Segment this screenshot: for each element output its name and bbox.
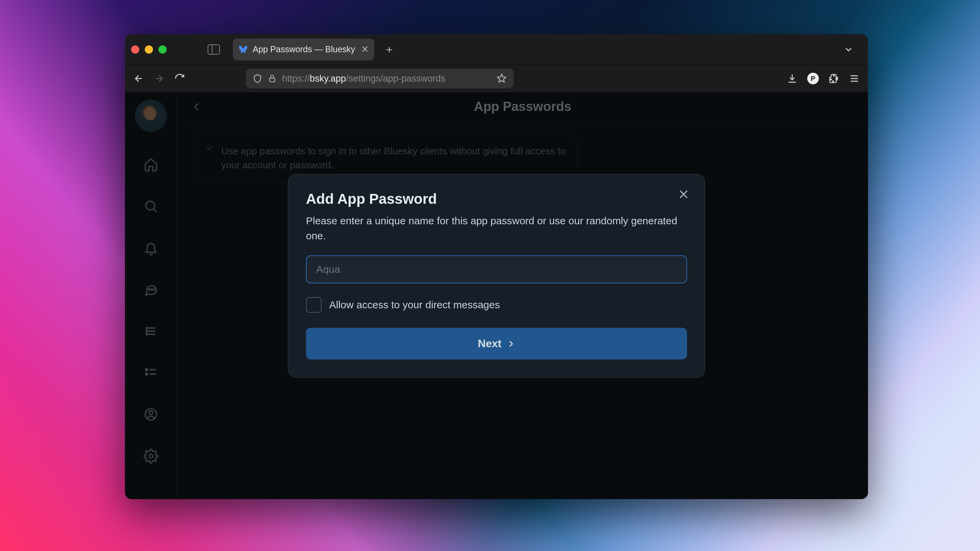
forward-button[interactable]: [154, 73, 165, 84]
window-close-button[interactable]: [131, 45, 139, 54]
bluesky-icon: [238, 45, 248, 54]
chat-icon[interactable]: [143, 282, 158, 297]
svg-point-6: [145, 373, 148, 375]
settings-icon[interactable]: [143, 449, 158, 464]
url-bar: https://bsky.app/settings/app-passwords …: [125, 65, 868, 92]
sidebar-toggle-icon[interactable]: [208, 44, 220, 55]
feeds-icon[interactable]: [143, 324, 158, 339]
url-field[interactable]: https://bsky.app/settings/app-passwords: [246, 68, 514, 89]
svg-point-2: [148, 289, 150, 290]
app-password-name-input[interactable]: [306, 256, 687, 283]
tab-close-button[interactable]: ✕: [360, 44, 369, 55]
reload-button[interactable]: [174, 73, 185, 84]
left-rail: [125, 92, 177, 499]
bookmark-star-icon[interactable]: [496, 73, 507, 84]
new-tab-button[interactable]: ＋: [384, 42, 395, 57]
notifications-icon[interactable]: [143, 240, 158, 256]
tab-bar: App Passwords — Bluesky ✕ ＋: [125, 34, 868, 65]
dm-access-checkbox-row[interactable]: Allow access to your direct messages: [306, 297, 687, 313]
modal-description: Please enter a unique name for this app …: [306, 213, 687, 243]
svg-point-1: [146, 201, 155, 210]
window-controls: [131, 45, 167, 54]
modal-close-button[interactable]: [678, 188, 690, 200]
avatar[interactable]: [135, 100, 167, 132]
extensions-icon[interactable]: [828, 73, 839, 84]
next-button[interactable]: Next: [306, 328, 687, 359]
menu-icon[interactable]: [849, 73, 860, 84]
pocket-icon[interactable]: P: [807, 73, 819, 84]
dm-access-label: Allow access to your direct messages: [329, 299, 500, 311]
window-minimize-button[interactable]: [145, 45, 153, 54]
home-icon[interactable]: [143, 157, 158, 172]
page-back-button[interactable]: [191, 101, 202, 113]
svg-point-3: [151, 289, 152, 290]
info-text: Use app passwords to sign in to other Bl…: [221, 144, 567, 172]
page-header: App Passwords: [177, 92, 868, 122]
svg-point-8: [149, 411, 153, 415]
profile-icon[interactable]: [143, 407, 158, 422]
add-app-password-modal: Add App Password Please enter a unique n…: [288, 174, 705, 378]
browser-window: App Passwords — Bluesky ✕ ＋ https://bsky…: [125, 34, 868, 499]
shield-icon[interactable]: [253, 74, 262, 83]
browser-tab[interactable]: App Passwords — Bluesky ✕: [233, 38, 374, 60]
dm-access-checkbox[interactable]: [306, 297, 322, 313]
tabs-dropdown-icon[interactable]: [843, 44, 854, 55]
svg-point-9: [149, 454, 153, 458]
back-button[interactable]: [133, 73, 144, 84]
chevron-right-icon: [506, 339, 515, 348]
info-icon: [204, 145, 215, 155]
next-button-label: Next: [478, 337, 501, 350]
modal-title: Add App Password: [306, 191, 687, 207]
svg-rect-0: [269, 78, 275, 82]
url-text: https://bsky.app/settings/app-passwords: [282, 73, 491, 84]
search-icon[interactable]: [143, 199, 158, 214]
window-maximize-button[interactable]: [158, 45, 167, 54]
svg-point-4: [153, 289, 155, 290]
page-title: App Passwords: [188, 99, 858, 114]
svg-point-5: [145, 369, 148, 371]
tab-title: App Passwords — Bluesky: [253, 44, 355, 54]
content-area: App Passwords Use app passwords to sign …: [125, 92, 868, 499]
lock-icon[interactable]: [268, 74, 277, 83]
downloads-icon[interactable]: [787, 73, 798, 84]
lists-icon[interactable]: [143, 365, 158, 380]
